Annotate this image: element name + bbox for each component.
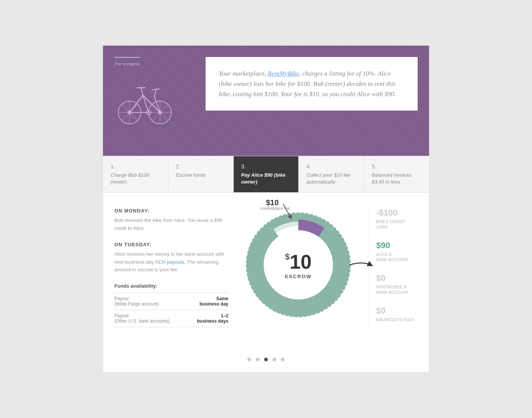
fee-scenario-label: Fee scenario — [114, 57, 140, 67]
step-4[interactable]: 4. Collect your $10 fee automatically — [299, 156, 364, 192]
monday-label: On Monday: — [114, 208, 228, 214]
svg-line-18 — [141, 88, 143, 95]
step-4-number: 4. — [306, 163, 356, 169]
step-1[interactable]: 1. Charge Bob $100 (renter) — [103, 156, 168, 192]
ach-link[interactable]: ACH payouts — [155, 259, 184, 265]
step-3[interactable]: 3. Pay Alice $90 (bike owner) — [234, 156, 299, 192]
funds-row-1-value: Samebusiness day — [200, 296, 228, 307]
step-3-text: Pay Alice $90 (bike owner) — [241, 172, 291, 185]
bike-icon — [114, 78, 175, 128]
dot-5[interactable] — [281, 358, 285, 361]
header-section: Fee scenario — [103, 46, 429, 156]
center-chart: $10 marketplace fee — [240, 208, 357, 333]
alice-label: ALICE'SBANK ACCOUNT — [376, 252, 418, 263]
step-5[interactable]: 5. Balanced invoices $3.45 in fees — [364, 156, 429, 192]
chart-amount-container: $ 10 — [285, 252, 312, 272]
chart-amount: 10 — [290, 252, 312, 272]
dot-1[interactable] — [247, 358, 251, 361]
dot-3[interactable] — [264, 358, 268, 361]
dot-4[interactable] — [272, 358, 276, 361]
page-wrapper: Fee scenario — [103, 45, 429, 373]
funds-row-1: Payout(Wells Fargo account) Samebusiness… — [114, 293, 228, 310]
rentmybike-label: RENTMYBIKE'SBANK ACCOUNT — [376, 285, 418, 295]
dots-section — [103, 348, 429, 372]
steps-section: 1. Charge Bob $100 (renter) 2. Escrow fu… — [103, 156, 429, 193]
right-item-rentmybike: $0 RENTMYBIKE'SBANK ACCOUNT — [376, 273, 418, 295]
balanced-label: BALANCED'S FEES — [376, 317, 418, 323]
funds-row-2-label: Payout(Other U.S. bank accounts) — [114, 313, 169, 324]
step-2-number: 2. — [176, 163, 226, 169]
step-5-text: Balanced invoices $3.45 in fees — [372, 172, 421, 185]
left-content: On Monday: Bob receives the bike from Al… — [114, 208, 228, 333]
step-2-text: Escrow funds — [176, 172, 226, 179]
fee-scenario-box: Fee scenario — [114, 57, 198, 129]
step-4-text: Collect your $10 fee automatically — [306, 172, 356, 185]
balanced-amount: $0 — [376, 306, 418, 316]
chart-escrow-label: Escrow — [285, 274, 312, 279]
monday-desc: Bob receives the bike from Alice. You is… — [114, 217, 228, 233]
content-section: On Monday: Bob receives the bike from Al… — [103, 193, 429, 348]
bob-amount: -$100 — [376, 208, 418, 218]
step-5-number: 5. — [372, 163, 421, 169]
step-1-text: Charge Bob $100 (renter) — [111, 172, 160, 185]
funds-table: Payout(Wells Fargo account) Samebusiness… — [114, 293, 228, 327]
rentmybike-amount: $0 — [376, 273, 418, 283]
dot-2[interactable] — [256, 358, 260, 361]
bike-icon-container — [114, 78, 198, 129]
svg-line-20 — [154, 90, 156, 97]
brand-link[interactable]: RentMyBike — [268, 70, 299, 77]
description-box: Your marketplace, RentMyBike, charges a … — [206, 57, 418, 111]
bob-label: BOB'S CREDIT CARD — [376, 219, 418, 230]
right-item-alice: $90 ALICE'SBANK ACCOUNT — [376, 241, 418, 263]
marketplace-fee-label: marketplace fee — [260, 206, 290, 211]
chart-dollar: $ — [285, 252, 290, 262]
funds-row-1-label: Payout(Wells Fargo account) — [114, 296, 159, 307]
right-arrow-svg — [348, 257, 374, 272]
main-card: Fee scenario — [103, 45, 429, 373]
chart-center-text: $ 10 Escrow — [285, 252, 312, 279]
svg-line-21 — [152, 89, 159, 90]
funds-row-2-value: 1–2business days — [197, 313, 228, 324]
right-item-balanced: $0 BALANCED'S FEES — [376, 306, 418, 323]
alice-amount: $90 — [376, 241, 418, 250]
tuesday-label: On Tuesday: — [114, 242, 228, 247]
tuesday-desc: Alice receives her money in her bank acc… — [114, 250, 228, 274]
desc-before-brand: Your marketplace, — [219, 70, 268, 77]
right-item-bob: -$100 BOB'S CREDIT CARD — [376, 208, 418, 230]
right-panel: -$100 BOB'S CREDIT CARD $90 ALICE'SBANK … — [368, 208, 418, 333]
step-1-number: 1. — [111, 163, 160, 169]
step-3-number: 3. — [241, 163, 291, 169]
chart-wrapper: $10 marketplace fee — [245, 212, 352, 320]
funds-row-2: Payout(Other U.S. bank accounts) 1–2busi… — [114, 310, 228, 327]
funds-table-label: Funds availability: — [114, 283, 228, 289]
step-2[interactable]: 2. Escrow funds — [168, 156, 234, 192]
